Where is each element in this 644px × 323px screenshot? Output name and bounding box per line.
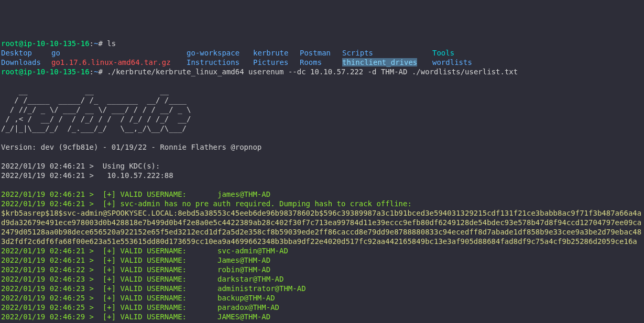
using-kdc-line: 2022/01/19 02:46:21 > Using KDC(s): [1,162,160,170]
valid-user-james: 2022/01/19 02:46:21 > [+] VALID USERNAME… [1,190,270,198]
valid-user-line: 2022/01/19 02:46:22 > [+] VALID USERNAME… [1,265,270,274]
preauth-dump-line: 2022/01/19 02:46:21 > [+] svc-admin has … [1,199,412,208]
version-text: Version: dev (9cfb81e) - 01/19/22 - Ronn… [1,143,261,151]
ls-go-tarball: go1.17.6.linux-amd64.tar.gz [51,58,187,67]
ascii-logo: __ __ __ / /_____ _____/ /_ _______ __/ … [1,86,191,132]
ls-kerbrute: kerbrute [253,48,300,58]
prompt-colon-2: : [90,68,94,76]
ls-go-workspace: go-workspace [187,48,253,58]
terminal-output[interactable]: root@ip-10-10-135-16:~# ls Desktopgogo-w… [1,39,643,323]
valid-users-list: 2022/01/19 02:46:21 > [+] VALID USERNAME… [1,247,306,323]
prompt-host: ip-10-10-135-16 [23,39,89,48]
prompt-line-2: root@ip-10-10-135-16:~# ./kerbrute/kerbr… [1,68,518,76]
ls-desktop: Desktop [1,48,51,58]
ls-postman: Postman [300,48,342,58]
valid-user-line: 2022/01/19 02:46:25 > [+] VALID USERNAME… [1,303,279,311]
ls-scripts: Scripts [342,48,432,58]
kdc-address-line: 2022/01/19 02:46:21 > 10.10.57.222:88 [1,171,173,180]
ls-downloads: Downloads [1,58,51,67]
valid-user-line: 2022/01/19 02:46:21 > [+] VALID USERNAME… [1,247,288,255]
prompt-line-1: root@ip-10-10-135-16:~# ls [1,39,116,48]
command-kerbrute: ./kerbrute/kerbrute_linux_amd64 userenum… [107,68,518,76]
valid-user-line: 2022/01/19 02:46:23 > [+] VALID USERNAME… [1,275,283,283]
ls-rooms: Rooms [300,58,342,67]
valid-user-line: 2022/01/19 02:46:23 > [+] VALID USERNAME… [1,284,306,293]
prompt-hash: # [98,39,107,48]
krb5-hash: $krb5asrep$18$svc-admin@SPOOKYSEC.LOCAL:… [1,208,643,246]
prompt-colon: : [90,39,94,48]
prompt-user-2: root [1,68,19,76]
valid-user-line: 2022/01/19 02:46:29 > [+] VALID USERNAME… [1,313,270,321]
ls-tools: Tools [432,48,454,58]
ls-wordlists: wordlists [432,58,472,67]
ls-thinclient-drives: thinclient_drives [342,58,432,67]
valid-user-line: 2022/01/19 02:46:21 > [+] VALID USERNAME… [1,256,270,264]
prompt-host-2: ip-10-10-135-16 [23,68,89,76]
prompt-at: @ [19,39,23,48]
ls-row-1: Desktopgogo-workspacekerbrutePostmanScri… [1,48,643,58]
valid-user-line: 2022/01/19 02:46:25 > [+] VALID USERNAME… [1,294,275,302]
ls-go: go [51,48,187,58]
ls-pictures: Pictures [253,58,300,67]
ls-thinclient-drives-text: thinclient_drives [342,58,417,66]
command-ls: ls [107,39,116,48]
prompt-hash-2: # [98,68,107,76]
prompt-user: root [1,39,19,48]
ls-instructions: Instructions [187,58,253,67]
prompt-at-2: @ [19,68,23,76]
ls-row-2: Downloadsgo1.17.6.linux-amd64.tar.gzInst… [1,58,643,67]
